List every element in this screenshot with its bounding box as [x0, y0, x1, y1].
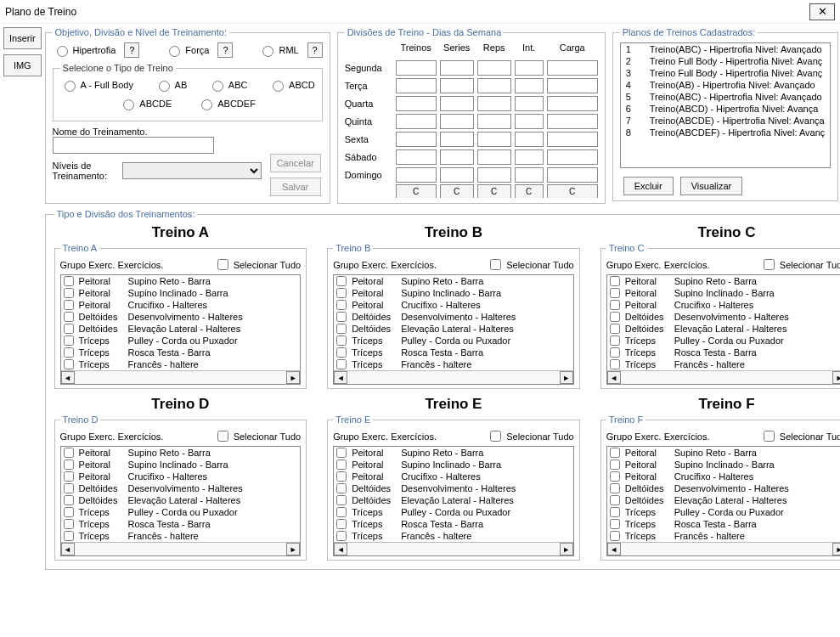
scroll-left-icon[interactable]: ◄ — [607, 543, 621, 555]
exercise-row[interactable]: DeltóidesElevação Lateral - Halteres — [334, 323, 573, 335]
radio-a[interactable]: A - Full Body — [60, 78, 133, 92]
exercise-checkbox[interactable] — [64, 507, 74, 517]
exercise-row[interactable]: TrícepsPulley - Corda ou Puxador — [334, 335, 573, 347]
exercise-row[interactable]: DeltóidesElevação Lateral - Halteres — [61, 494, 301, 506]
visualizar-button[interactable]: Visualizar — [680, 177, 743, 195]
help-hipertrofia[interactable]: ? — [124, 42, 139, 58]
select-all[interactable]: Selecionar Tudo — [760, 428, 840, 444]
exercise-row[interactable]: TrícepsFrancês - haltere — [61, 358, 301, 370]
exercise-checkbox[interactable] — [610, 276, 620, 286]
scroll-track[interactable] — [75, 371, 287, 384]
excluir-button[interactable]: Excluir — [623, 177, 674, 195]
day-cell-dom-0[interactable] — [396, 167, 437, 183]
scroll-left-icon[interactable]: ◄ — [61, 371, 75, 384]
plano-row[interactable]: 8Treino(ABCDEF) - Hipertrofia Nivel: Ava… — [621, 127, 831, 138]
exercise-checkbox[interactable] — [64, 483, 74, 493]
exercise-row[interactable]: PeitoralCrucifixo - Halteres — [61, 471, 301, 482]
scroll-left-icon[interactable]: ◄ — [334, 371, 347, 384]
day-cell-sab-4[interactable] — [547, 149, 598, 165]
day-cell-sex-4[interactable] — [547, 132, 598, 147]
scroll-right-icon[interactable]: ► — [560, 371, 573, 384]
day-cell-sex-3[interactable] — [515, 132, 544, 147]
day-cell-sab-0[interactable] — [396, 149, 437, 165]
exercise-checkbox[interactable] — [64, 335, 74, 346]
c-btn-int[interactable]: C — [515, 184, 544, 198]
exercise-row[interactable]: PeitoralSupino Inclinado - Barra — [607, 287, 840, 299]
plano-row[interactable]: 1Treino(ABC) - Hipertrofia Nivel: Avança… — [621, 43, 831, 55]
exercise-checkbox[interactable] — [64, 359, 74, 369]
exercise-row[interactable]: PeitoralSupino Inclinado - Barra — [607, 459, 840, 471]
exercise-row[interactable]: TrícepsRosca Testa - Barra — [607, 347, 840, 358]
c-btn-carga[interactable]: C — [547, 184, 598, 198]
exercise-checkbox[interactable] — [610, 288, 620, 298]
c-btn-series[interactable]: C — [440, 184, 474, 198]
exercise-checkbox[interactable] — [336, 483, 347, 493]
exercise-row[interactable]: PeitoralCrucifixo - Halteres — [607, 299, 840, 311]
exercise-checkbox[interactable] — [64, 300, 74, 310]
select-all[interactable]: Selecionar Tudo — [487, 428, 574, 444]
inserir-button[interactable]: Inserir — [3, 27, 42, 49]
day-cell-seg-1[interactable] — [440, 60, 474, 76]
day-cell-dom-1[interactable] — [440, 167, 474, 183]
day-cell-ter-4[interactable] — [547, 78, 598, 93]
exercise-checkbox[interactable] — [610, 531, 620, 541]
exercise-checkbox[interactable] — [336, 324, 347, 334]
exercise-checkbox[interactable] — [610, 347, 620, 358]
day-cell-dom-4[interactable] — [547, 167, 598, 183]
day-cell-seg-2[interactable] — [477, 60, 511, 76]
exercise-checkbox[interactable] — [64, 471, 74, 482]
close-button[interactable]: ✕ — [809, 3, 835, 20]
exercise-row[interactable]: PeitoralSupino Reto - Barra — [607, 275, 840, 287]
exercise-row[interactable]: TrícepsPulley - Corda ou Puxador — [61, 335, 301, 347]
exercise-row[interactable]: DeltóidesDesenvolvimento - Halteres — [334, 482, 573, 494]
exercise-scroll[interactable]: PeitoralSupino Reto - BarraPeitoralSupin… — [334, 447, 573, 542]
exercise-row[interactable]: PeitoralSupino Inclinado - Barra — [61, 287, 301, 299]
scroll-left-icon[interactable]: ◄ — [334, 543, 347, 555]
scroll-right-icon[interactable]: ► — [560, 543, 573, 555]
exercise-row[interactable]: PeitoralSupino Reto - Barra — [607, 447, 840, 459]
nivel-select[interactable] — [122, 162, 262, 179]
exercise-checkbox[interactable] — [336, 347, 347, 358]
scroll-track[interactable] — [347, 543, 560, 555]
exercise-row[interactable]: TrícepsRosca Testa - Barra — [334, 518, 573, 530]
exercise-checkbox[interactable] — [64, 324, 74, 334]
exercise-checkbox[interactable] — [610, 324, 620, 334]
exercise-row[interactable]: PeitoralSupino Reto - Barra — [334, 275, 573, 287]
exercise-checkbox[interactable] — [336, 276, 347, 286]
radio-hipertrofia[interactable]: Hipertrofia — [53, 43, 116, 57]
scroll-track[interactable] — [621, 371, 833, 384]
exercise-row[interactable]: TrícepsRosca Testa - Barra — [61, 518, 301, 530]
exercise-row[interactable]: PeitoralSupino Inclinado - Barra — [334, 287, 573, 299]
exercise-scroll[interactable]: PeitoralSupino Reto - BarraPeitoralSupin… — [61, 447, 301, 542]
exercise-checkbox[interactable] — [64, 459, 74, 470]
day-cell-qua-4[interactable] — [547, 96, 598, 111]
day-cell-dom-3[interactable] — [515, 167, 544, 183]
select-all[interactable]: Selecionar Tudo — [760, 256, 840, 273]
day-cell-sex-2[interactable] — [477, 132, 511, 147]
exercise-checkbox[interactable] — [610, 471, 620, 482]
scroll-right-icon[interactable]: ► — [832, 371, 840, 384]
img-button[interactable]: IMG — [3, 54, 42, 76]
exercise-checkbox[interactable] — [610, 495, 620, 505]
exercise-row[interactable]: TrícepsRosca Testa - Barra — [607, 518, 840, 530]
day-cell-seg-0[interactable] — [396, 60, 437, 76]
exercise-row[interactable]: DeltóidesDesenvolvimento - Halteres — [61, 482, 301, 494]
day-cell-dom-2[interactable] — [477, 167, 511, 183]
exercise-row[interactable]: DeltóidesElevação Lateral - Halteres — [61, 323, 301, 335]
plano-row[interactable]: 7Treino(ABCDE) - Hipertrofia Nivel: Avan… — [621, 115, 831, 127]
exercise-row[interactable]: PeitoralSupino Reto - Barra — [61, 447, 301, 459]
exercise-checkbox[interactable] — [64, 347, 74, 358]
scroll-track[interactable] — [75, 543, 287, 555]
exercise-checkbox[interactable] — [610, 459, 620, 470]
day-cell-qui-4[interactable] — [547, 114, 598, 129]
exercise-row[interactable]: TrícepsPulley - Corda ou Puxador — [61, 506, 301, 518]
hscrollbar[interactable]: ◄► — [334, 542, 573, 555]
exercise-checkbox[interactable] — [336, 335, 347, 346]
c-btn-reps[interactable]: C — [477, 184, 511, 198]
exercise-checkbox[interactable] — [610, 483, 620, 493]
planos-list[interactable]: 1Treino(ABC) - Hipertrofia Nivel: Avança… — [620, 42, 832, 168]
nome-input[interactable] — [53, 137, 214, 154]
plano-row[interactable]: 3Treino Full Body - Hipertrofia Nivel: A… — [621, 67, 831, 79]
exercise-row[interactable]: PeitoralCrucifixo - Halteres — [334, 299, 573, 311]
scroll-track[interactable] — [347, 371, 560, 384]
